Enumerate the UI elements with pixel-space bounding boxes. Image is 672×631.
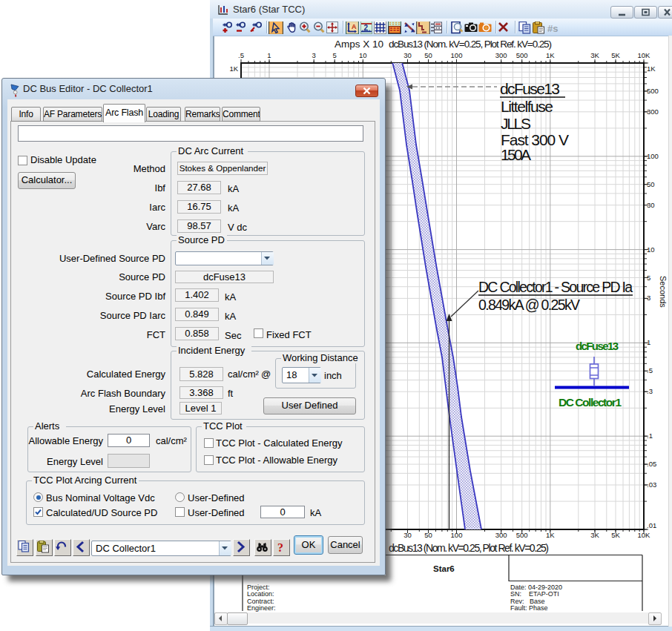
svg-text:5K: 5K [611,51,620,59]
svg-text:10: 10 [359,51,367,59]
svg-text:300: 300 [495,531,507,539]
svg-text:500: 500 [647,87,659,95]
svg-text:5: 5 [647,274,650,282]
svg-text:.03: .03 [647,480,656,489]
svg-text:50: 50 [424,51,432,59]
svg-text:30: 30 [403,51,412,59]
svg-text:Engineer:: Engineer: [247,604,276,612]
svg-text:?: ? [277,541,283,554]
svg-text:1K: 1K [229,65,238,73]
svg-text:1K: 1K [546,531,555,539]
svg-text:Seconds: Seconds [659,276,668,308]
svg-text:100: 100 [451,531,463,539]
svg-text:100: 100 [647,152,659,160]
svg-text:300: 300 [495,51,507,59]
svg-text:10K: 10K [638,51,651,59]
svg-text:SN: ETAP-OTI: SN: ETAP-OTI [510,590,559,598]
svg-text:JLLS: JLLS [501,115,531,132]
svg-text:DC Collector1 - Source PD Ia: DC Collector1 - Source PD Ia [478,279,633,295]
svg-text:500: 500 [516,51,528,59]
svg-text:.3: .3 [647,387,653,395]
svg-text:dcFuse13: dcFuse13 [576,340,619,352]
svg-text:10: 10 [647,245,655,254]
svg-text:5K: 5K [611,531,620,539]
svg-text:dcBus13 (Nom. kV=0.25, Plot Re: dcBus13 (Nom. kV=0.25, Plot Ref. kV=0.25… [389,542,549,554]
svg-text:100: 100 [451,51,463,59]
svg-text:Star6: Star6 [433,564,455,573]
svg-text:Fault: Phase: Fault: Phase [510,604,548,612]
svg-text:.1: .1 [647,432,653,440]
svg-text:Contract:: Contract: [247,598,274,605]
svg-text:Project:: Project: [247,584,270,591]
svg-text:150A: 150A [501,146,531,163]
svg-text:dcBus13 (Nom. kV=0.25, Plot Re: dcBus13 (Nom. kV=0.25, Plot Ref. kV=0.25… [389,39,552,50]
svg-text:1: 1 [267,51,271,59]
svg-text:3: 3 [312,51,316,59]
svg-text:50: 50 [424,531,432,539]
svg-text:.05: .05 [647,460,656,468]
svg-text:Date: 04-29-2020: Date: 04-29-2020 [510,584,562,591]
svg-text:dcFuse13: dcFuse13 [500,80,560,97]
svg-text:Location:: Location: [247,590,274,598]
svg-text:.5: .5 [647,366,653,374]
svg-text:30: 30 [647,201,655,209]
svg-text:50: 50 [647,180,655,188]
svg-text:300: 300 [647,108,659,116]
svg-text:Littelfuse: Littelfuse [501,98,553,115]
svg-text:Amps X 10: Amps X 10 [335,39,383,50]
svg-text:3: 3 [647,294,650,302]
svg-text:3K: 3K [590,531,599,539]
svg-text:DC Collector1: DC Collector1 [559,396,622,409]
svg-text:500: 500 [516,531,528,539]
svg-text:.5: .5 [238,51,244,59]
svg-text:10K: 10K [638,531,651,539]
svg-text:3K: 3K [590,51,599,59]
svg-text:1: 1 [647,338,650,346]
svg-text:5: 5 [333,51,337,59]
svg-text:Rev: Base: Rev: Base [510,598,545,605]
svg-text:1K: 1K [546,51,555,59]
svg-text:0.849kA @ 0.25kV: 0.849kA @ 0.25kV [478,297,580,313]
svg-text:.01: .01 [647,521,656,529]
svg-text:30: 30 [403,531,412,539]
svg-text:1K: 1K [647,65,656,73]
